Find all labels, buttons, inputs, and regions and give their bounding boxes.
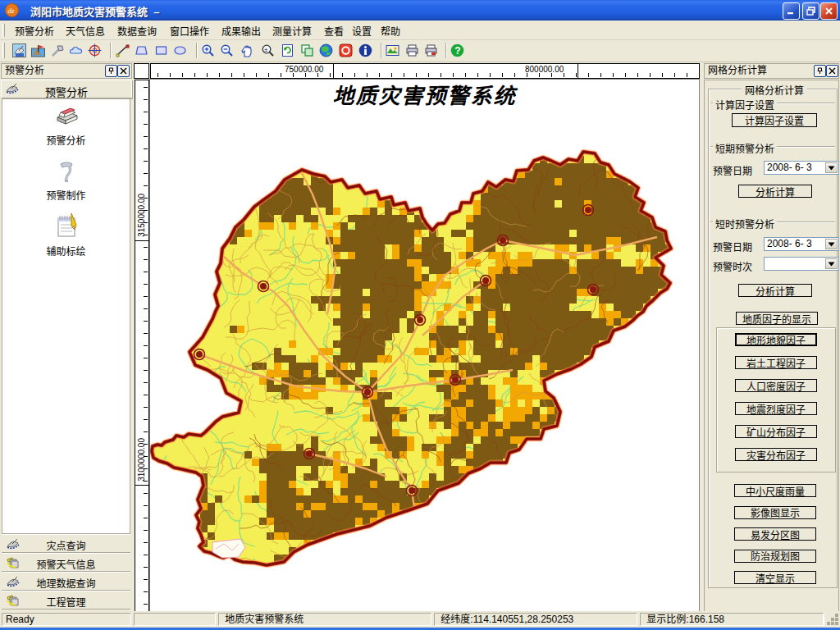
svg-text:dz: dz (8, 7, 16, 15)
svg-text:±: ± (264, 46, 268, 53)
svg-text:?: ? (454, 45, 460, 57)
